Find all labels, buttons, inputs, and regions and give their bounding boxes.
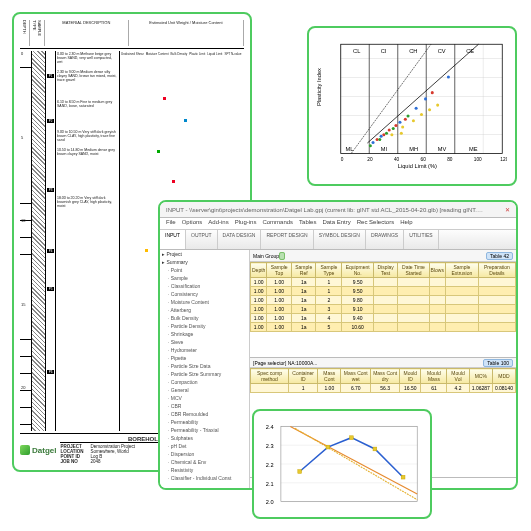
col-depth: DEPTH [20,20,30,46]
compaction-curve: 2.4 2.3 2.2 2.1 2.0 [260,417,424,511]
svg-text:0: 0 [341,157,344,162]
page-selector[interactable]: [Page selector] NA:10000A... [253,360,317,366]
project-tree[interactable]: ▸ Project▸ Summary· Point· Sample· Class… [160,250,250,488]
tree-node[interactable]: · Particle Density [160,322,249,330]
svg-text:2.1: 2.1 [266,481,274,487]
tree-node[interactable]: · Permeability - Triaxial [160,426,249,434]
detail-grid[interactable]: Spec comp methodContainer IDMass ContMas… [250,368,516,393]
svg-point-31 [378,138,381,141]
svg-rect-11 [341,44,503,153]
tree-node[interactable]: · Pipette [160,354,249,362]
svg-point-36 [401,125,404,128]
svg-rect-71 [401,475,405,479]
tree-node[interactable]: · MCV [160,394,249,402]
depth-scale: 0 5 10 15 20 [20,51,32,431]
sample-grid[interactable]: DepthSample TopSample RefSample TypeEqui… [250,262,516,332]
tree-node[interactable]: · Point [160,266,249,274]
svg-point-21 [394,124,397,127]
svg-point-18 [376,138,379,141]
tree-node[interactable]: · Hydrometer [160,346,249,354]
grid-toolbar: Main Group Table 42 [250,250,516,262]
menu-commands[interactable]: Commands [262,219,293,228]
svg-point-37 [412,119,415,122]
compaction-curve-card: 2.4 2.3 2.2 2.1 2.0 [252,409,432,519]
plasticity-chart: CL CI CH CV CE ML MI MH MV ME Liquid Lim… [317,36,507,176]
tree-node[interactable]: · Sulphates [160,434,249,442]
ribbon-tabs[interactable]: INPUT OUTPUT DATA DESIGN REPORT DESIGN S… [160,230,516,250]
tree-node[interactable]: ▸ Project [160,250,249,258]
svg-text:Plasticity Index: Plasticity Index [317,68,322,106]
svg-text:CI: CI [381,48,387,54]
table-tab-2[interactable]: Table 100 [483,359,513,367]
tree-node[interactable]: · Consistency [160,290,249,298]
menu-file[interactable]: File [166,219,176,228]
tree-node[interactable]: · Classifier - Individual Const [160,474,249,482]
description-column: 0.00 to 2.30 m Methane beige grey brown … [56,51,120,431]
log-header: DEPTH SAMPLE TYPE MATERIAL DESCRIPTION E… [20,20,244,49]
leaf-icon [20,445,30,455]
menu-help[interactable]: Help [400,219,412,228]
tree-node[interactable]: · Moisture Content [160,298,249,306]
tab-output[interactable]: OUTPUT [186,230,218,249]
svg-text:60: 60 [421,157,427,162]
menu-selectors[interactable]: Rec Selectors [357,219,394,228]
tree-node[interactable]: · Sieve [160,338,249,346]
tree-node[interactable]: · Shrinkage [160,330,249,338]
tree-node[interactable]: · Dispersion [160,450,249,458]
tab-report-design[interactable]: REPORT DESIGN [261,230,313,249]
svg-point-35 [390,133,393,136]
tab-symbol-design[interactable]: SYMBOL DESIGN [314,230,366,249]
svg-point-22 [404,118,407,121]
table-tab-1[interactable]: Table 42 [486,252,513,260]
tab-drawings[interactable]: DRAWINGS [366,230,404,249]
tree-node[interactable]: · Permeability [160,418,249,426]
sample-column: P1 P2 P3 P4 P5 P6 [46,51,56,431]
menu-bar[interactable]: File Options Add-ins Plug-ins Commands T… [160,218,516,230]
window-titlebar[interactable]: INPUT - \\server\gint\projects\demonstra… [160,202,516,218]
menu-tables[interactable]: Tables [299,219,316,228]
menu-addins[interactable]: Add-ins [208,219,228,228]
svg-text:100: 100 [474,157,482,162]
svg-text:20: 20 [367,157,373,162]
svg-text:CH: CH [409,48,417,54]
svg-text:ML: ML [346,146,354,152]
svg-point-39 [428,108,431,111]
tree-node[interactable]: · Bulk Density [160,314,249,322]
svg-text:CL: CL [353,48,360,54]
svg-line-12 [367,44,478,143]
tree-node[interactable]: · Atterberg [160,306,249,314]
svg-text:2.4: 2.4 [266,424,274,430]
svg-point-25 [380,135,383,138]
svg-point-28 [424,97,427,100]
svg-text:2.3: 2.3 [266,443,274,449]
tab-utilities[interactable]: UTILITIES [404,230,438,249]
tree-node[interactable]: · Particle Size Summary [160,370,249,378]
svg-point-29 [447,76,450,79]
tree-node[interactable]: · CBR Remoulded [160,410,249,418]
svg-text:120: 120 [500,157,507,162]
tab-data-design[interactable]: DATA DESIGN [218,230,262,249]
svg-point-20 [388,129,391,132]
tree-node[interactable]: ▸ Summary [160,258,249,266]
tab-input[interactable]: INPUT [160,230,186,249]
menu-plugins[interactable]: Plug-ins [235,219,257,228]
svg-line-13 [351,44,431,153]
close-icon[interactable]: ✕ [505,206,510,213]
col-sample: SAMPLE TYPE [30,20,45,46]
tree-node[interactable]: · Chemical & Env [160,458,249,466]
tree-node[interactable]: · pH Det [160,442,249,450]
tree-node[interactable]: · Classification [160,282,249,290]
tree-node[interactable]: · General [160,386,249,394]
tree-node[interactable]: · Resistivity [160,466,249,474]
tree-node[interactable]: · Compaction [160,378,249,386]
plasticity-chart-card: CL CI CH CV CE ML MI MH MV ME Liquid Lim… [307,26,517,186]
tree-node[interactable]: · CBR [160,402,249,410]
menu-options[interactable]: Options [182,219,203,228]
pointid-select[interactable] [279,252,285,260]
svg-point-24 [372,141,375,144]
tree-node[interactable]: · Particle Size Data [160,362,249,370]
tree-node[interactable]: · Sample [160,274,249,282]
svg-rect-68 [326,445,330,449]
menu-dataentry[interactable]: Data Entry [322,219,350,228]
svg-point-34 [407,115,410,118]
